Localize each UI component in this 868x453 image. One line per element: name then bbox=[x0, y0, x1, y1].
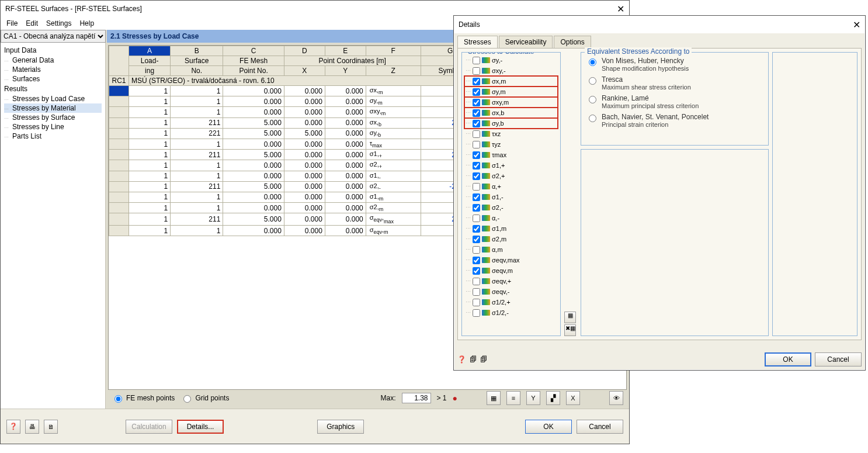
stress-icon bbox=[482, 99, 490, 105]
dialog-icon-3[interactable]: 🗐 bbox=[480, 355, 487, 364]
stress-item[interactable]: ⋯τmax bbox=[464, 150, 558, 160]
help-icon[interactable]: ❓ bbox=[6, 420, 20, 434]
dialog-ok-button[interactable]: OK bbox=[765, 352, 811, 366]
toolbar-icon-2[interactable]: ≡ bbox=[506, 391, 520, 405]
menu-settings[interactable]: Settings bbox=[46, 19, 71, 27]
side-btn-2[interactable]: ✖▦ bbox=[564, 324, 576, 336]
stress-item[interactable]: ⋯τyz bbox=[464, 139, 558, 150]
spare-box-2 bbox=[772, 52, 857, 336]
dialog-footer: ❓ 🗐 🗐 OK Cancel bbox=[457, 352, 862, 366]
stress-icon bbox=[482, 268, 490, 274]
tab-serviceability[interactable]: Serviceability bbox=[499, 36, 553, 48]
stress-item[interactable]: ⋯σy,- bbox=[464, 55, 558, 65]
stress-icon bbox=[482, 120, 490, 126]
side-btn-1[interactable]: ▦ bbox=[564, 312, 576, 323]
eq-option[interactable]: Bach, Navier, St. Venant, PonceletPrinci… bbox=[584, 111, 766, 130]
ok-button[interactable]: OK bbox=[525, 420, 572, 434]
menu-edit[interactable]: Edit bbox=[26, 19, 38, 27]
stress-icon bbox=[482, 226, 490, 231]
main-title: RF-STEEL Surfaces - [RF-STEEL Surfaces] bbox=[5, 5, 601, 13]
nav-item[interactable]: Stresses by Load Case bbox=[4, 94, 102, 103]
tab-options[interactable]: Options bbox=[554, 36, 591, 48]
stress-item[interactable]: ⋯σ2,m bbox=[464, 234, 558, 244]
stress-item[interactable]: ⋯σeqv,m bbox=[464, 265, 558, 276]
spare-box-1 bbox=[581, 149, 769, 336]
toolbar-icon-3[interactable]: Y bbox=[526, 391, 540, 405]
radio-fe-points[interactable]: FE mesh points bbox=[112, 393, 175, 403]
nav-item[interactable]: General Data bbox=[4, 56, 102, 65]
stress-icon bbox=[482, 278, 490, 284]
nav-item[interactable]: Parts List bbox=[4, 132, 102, 141]
nav-item[interactable]: Stresses by Line bbox=[4, 122, 102, 132]
close-icon[interactable]: ✕ bbox=[601, 4, 624, 15]
stress-item[interactable]: ⋯σ1,+ bbox=[464, 160, 558, 171]
stress-item[interactable]: ⋯σxy,- bbox=[464, 65, 558, 76]
stress-item[interactable]: ⋯σeqv,- bbox=[464, 286, 558, 297]
dialog-close-icon[interactable]: ✕ bbox=[837, 19, 860, 30]
stress-item[interactable]: ⋯σ1,m bbox=[464, 223, 558, 234]
export-icon[interactable]: 🗎 bbox=[44, 420, 58, 434]
radio-grid-points[interactable]: Grid points bbox=[180, 393, 229, 403]
stress-item[interactable]: ⋯σx,m bbox=[464, 76, 558, 87]
menu-file[interactable]: File bbox=[6, 19, 18, 27]
stress-icon bbox=[482, 78, 490, 84]
stress-icon bbox=[482, 236, 490, 242]
stress-icon bbox=[482, 68, 490, 74]
stress-icon bbox=[482, 173, 490, 179]
stress-icon bbox=[482, 310, 490, 316]
details-dialog: Details ✕ Stresses Serviceability Option… bbox=[453, 15, 866, 371]
eq-option[interactable]: Von Mises, Huber, HenckyShape modificati… bbox=[584, 55, 766, 74]
stress-item[interactable]: ⋯σx,b bbox=[464, 108, 558, 118]
stress-item[interactable]: ⋯σ2,- bbox=[464, 202, 558, 213]
nav-results[interactable]: Results bbox=[4, 85, 102, 93]
stress-item[interactable]: ⋯α,m bbox=[464, 244, 558, 255]
eye-icon[interactable]: 👁 bbox=[609, 391, 623, 405]
max-value-field[interactable] bbox=[402, 393, 431, 403]
nav-item[interactable]: Surfaces bbox=[4, 74, 102, 84]
eq-option[interactable]: Rankine, LaméMaximum principal stress cr… bbox=[584, 92, 766, 111]
details-button[interactable]: Details... bbox=[177, 420, 224, 434]
stress-icon bbox=[482, 215, 490, 221]
stress-icon bbox=[482, 205, 490, 210]
stress-icon bbox=[482, 289, 490, 295]
stress-item[interactable]: ⋯σeqv,+ bbox=[464, 276, 558, 286]
stress-item[interactable]: ⋯σeqv,max bbox=[464, 255, 558, 265]
stress-item[interactable]: ⋯τxz bbox=[464, 129, 558, 139]
stress-icon bbox=[482, 299, 490, 305]
dialog-help-icon[interactable]: ❓ bbox=[457, 355, 466, 364]
toolbar-icon-5[interactable]: X bbox=[566, 391, 580, 405]
eq-option[interactable]: TrescaMaximum shear stress criterion bbox=[584, 74, 766, 92]
toolbar-icon-1[interactable]: ▦ bbox=[487, 391, 501, 405]
stress-item[interactable]: ⋯σy,b bbox=[464, 118, 558, 129]
stress-icon bbox=[482, 141, 490, 147]
dialog-icon-2[interactable]: 🗐 bbox=[470, 355, 477, 364]
toolbar-icon-4[interactable]: ▞ bbox=[546, 391, 560, 405]
calculation-button[interactable]: Calculation bbox=[126, 420, 172, 434]
dialog-cancel-button[interactable]: Cancel bbox=[815, 352, 862, 366]
stress-icon bbox=[482, 131, 490, 137]
stress-item[interactable]: ⋯α,+ bbox=[464, 181, 558, 192]
stress-item[interactable]: ⋯σ1/2,- bbox=[464, 307, 558, 318]
stress-item[interactable]: ⋯σ1/2,+ bbox=[464, 297, 558, 307]
nav-item[interactable]: Materials bbox=[4, 65, 102, 74]
stress-item[interactable]: ⋯σ1,- bbox=[464, 192, 558, 202]
cancel-button[interactable]: Cancel bbox=[577, 420, 623, 434]
side-buttons: ▦ ✖▦ bbox=[564, 52, 577, 336]
nav-tree: Input Data General DataMaterialsSurfaces… bbox=[1, 43, 106, 409]
stress-item[interactable]: ⋯σxy,m bbox=[464, 97, 558, 108]
graphics-button[interactable]: Graphics bbox=[317, 420, 364, 434]
table-footer: FE mesh points Grid points Max: > 1 ● ▦ … bbox=[108, 390, 627, 406]
stress-icon bbox=[482, 57, 490, 63]
dialog-titlebar: Details ✕ bbox=[454, 16, 865, 33]
nav-item[interactable]: Stresses by Surface bbox=[4, 113, 102, 122]
print-icon[interactable]: 🖶 bbox=[25, 420, 39, 434]
stress-item[interactable]: ⋯σy,m bbox=[464, 87, 558, 97]
case-selector[interactable]: CA1 - Obecná analýza napětí o... bbox=[1, 30, 106, 43]
stress-item[interactable]: ⋯σ2,+ bbox=[464, 171, 558, 181]
nav-item[interactable]: Stresses by Material bbox=[4, 103, 102, 113]
stress-icon bbox=[482, 184, 490, 189]
menu-help[interactable]: Help bbox=[79, 19, 94, 27]
stress-item[interactable]: ⋯α,- bbox=[464, 213, 558, 223]
nav-input-data[interactable]: Input Data bbox=[4, 46, 102, 54]
tab-stresses[interactable]: Stresses bbox=[457, 36, 498, 48]
